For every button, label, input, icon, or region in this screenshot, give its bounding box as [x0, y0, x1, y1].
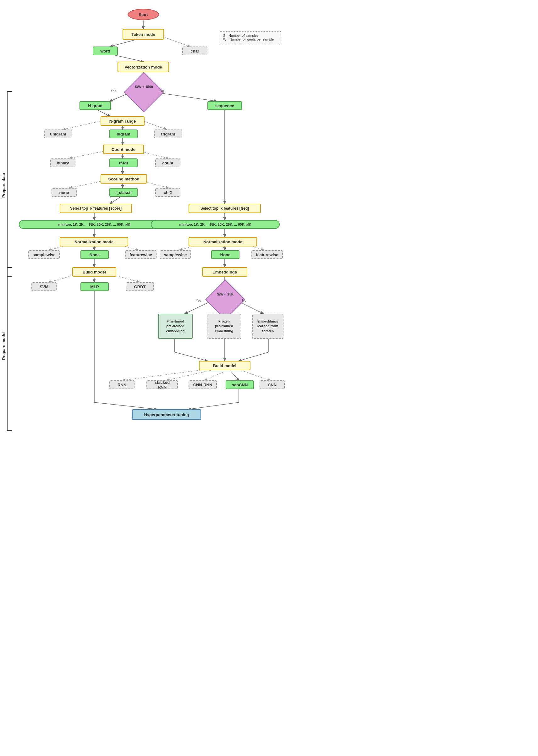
- mlp-node: MLP: [81, 282, 109, 291]
- char-label: char: [190, 49, 199, 53]
- select-topk-score-node: Select top_k features [score]: [60, 204, 132, 213]
- ngram-range-label: N-gram range: [109, 119, 136, 124]
- sepcnn-node: sepCNN: [226, 380, 254, 389]
- frozen-label: Frozen pre-trained embedding: [215, 319, 234, 334]
- prepare-model-brace: [7, 267, 12, 431]
- f-classif-node: f_classif: [109, 188, 137, 197]
- legend-w: W - Number of words per sample: [223, 37, 278, 41]
- diamond-sw-1500-text: S/W < 1500: [132, 85, 156, 89]
- scoring-method-label: Scoring method: [108, 177, 139, 181]
- token-mode-label: Token mode: [132, 32, 155, 37]
- svg-line-48: [204, 372, 223, 380]
- svm-label: SVM: [40, 285, 48, 289]
- rnn-node: RNN: [109, 380, 134, 389]
- none-r-label: None: [220, 252, 231, 257]
- binary-node: binary: [50, 158, 76, 167]
- count-node: count: [155, 158, 180, 167]
- none-r-node: None: [211, 250, 240, 259]
- legend-s: S - Number of samples: [223, 34, 278, 37]
- learned-scratch-node: Embeddings learned from scratch: [252, 314, 284, 339]
- no-label-1: No: [160, 89, 164, 93]
- hyperparameter-label: Hyperparameter tuning: [144, 412, 189, 417]
- binary-label: binary: [57, 161, 69, 165]
- sepcnn-label: sepCNN: [232, 383, 248, 387]
- rnn-label: RNN: [118, 383, 126, 387]
- word-node: word: [93, 46, 118, 55]
- topk-score-vals-node: min(top, 1K, 2K,... 15K, 20K, 25K, ... 9…: [19, 220, 170, 229]
- featurewise-l-label: featurewise: [130, 252, 152, 257]
- vectorization-mode-node: Vectorization mode: [118, 62, 169, 72]
- norm-mode-left-label: Normalization mode: [75, 240, 113, 244]
- none-l-node: None: [81, 250, 109, 259]
- stacked-rnn-node: stacked RNN: [146, 380, 178, 389]
- fine-tuned-node: Fine-tuned pre-trained embedding: [158, 314, 192, 339]
- svg-line-54: [188, 403, 239, 409]
- unigram-label: unigram: [50, 132, 66, 136]
- trigram-node: trigram: [154, 130, 182, 138]
- unigram-node: unigram: [44, 130, 72, 138]
- flowchart: Start Token mode word char Vectorization…: [0, 0, 287, 739]
- build-model-left-label: Build model: [82, 270, 106, 274]
- topk-score-vals-label: min(top, 1K, 2K,... 15K, 20K, 25K, ... 9…: [58, 223, 130, 226]
- build-model-right-node: Build model: [199, 361, 250, 370]
- diamond-sw-1500: [124, 72, 164, 112]
- none-node: none: [52, 188, 77, 197]
- stacked-rnn-label: stacked RNN: [151, 380, 174, 390]
- bigram-label: bigram: [117, 132, 130, 136]
- svg-line-50: [239, 370, 270, 380]
- featurewise-l-node: featurewise: [125, 250, 156, 259]
- svg-line-8: [63, 120, 104, 130]
- no-label-2: No: [242, 298, 246, 302]
- svg-line-45: [239, 352, 269, 361]
- svg-line-47: [167, 370, 214, 380]
- gbdt-node: GBDT: [126, 282, 154, 291]
- svg-line-10: [141, 120, 167, 130]
- count-mode-label: Count mode: [112, 147, 135, 152]
- norm-mode-right-node: Normalization mode: [188, 237, 257, 246]
- svg-line-46: [123, 370, 204, 380]
- mlp-label: MLP: [90, 285, 99, 289]
- embeddings-label: Embeddings: [212, 270, 237, 274]
- build-model-right-label: Build model: [213, 363, 236, 368]
- sequence-label: sequence: [215, 103, 234, 108]
- prepare-model-label: Prepare model: [1, 314, 6, 377]
- none-label: none: [59, 190, 69, 195]
- build-model-left-node: Build model: [72, 267, 116, 277]
- norm-mode-right-label: Normalization mode: [203, 240, 242, 244]
- token-mode-node: Token mode: [123, 29, 164, 40]
- samplewise-r-node: samplewise: [160, 250, 191, 259]
- vectorization-label: Vectorization mode: [125, 65, 162, 70]
- legend-box: S - Number of samples W - Number of word…: [220, 31, 281, 43]
- fine-tuned-label: Fine-tuned pre-trained embedding: [166, 319, 185, 334]
- svg-line-49: [229, 370, 239, 380]
- count-label: count: [162, 161, 173, 165]
- diamond-sw-15k-text: S/W < 15K: [213, 292, 238, 296]
- select-topk-freq-label: Select top_k features [freq]: [200, 206, 249, 211]
- f-classif-label: f_classif: [115, 190, 132, 195]
- scoring-method-node: Scoring method: [101, 174, 147, 184]
- yes-label-2: Yes: [196, 298, 201, 302]
- char-node: char: [182, 46, 207, 55]
- samplewise-r-label: samplewise: [164, 252, 187, 257]
- svg-line-6: [158, 93, 217, 101]
- featurewise-r-label: featurewise: [256, 252, 278, 257]
- bigram-node: bigram: [109, 130, 137, 138]
- topk-freq-vals-label: min(top, 1K, 2K,... 15K, 20K, 25K, ... 9…: [179, 223, 251, 226]
- frozen-node: Frozen pre-trained embedding: [207, 314, 242, 339]
- chi2-node: chi2: [155, 188, 180, 197]
- ngram-node: N-gram: [80, 101, 111, 110]
- sequence-node: sequence: [207, 101, 242, 110]
- prepare-data-label: Prepare data: [1, 154, 6, 217]
- word-label: word: [100, 49, 110, 53]
- count-mode-node: Count mode: [103, 144, 144, 154]
- svg-line-52: [94, 403, 157, 409]
- topk-freq-vals-node: min(top, 1K, 2K,... 15K, 20K, 25K, ... 9…: [151, 220, 280, 229]
- start-node: Start: [128, 9, 159, 20]
- select-topk-freq-node: Select top_k features [freq]: [188, 204, 261, 213]
- svg-line-37: [185, 301, 211, 314]
- cnn-label: CNN: [268, 383, 277, 387]
- chi2-label: chi2: [164, 190, 172, 195]
- norm-mode-left-node: Normalization mode: [60, 237, 128, 246]
- hyperparameter-node: Hyperparameter tuning: [132, 409, 201, 420]
- learned-scratch-label: Embeddings learned from scratch: [257, 319, 278, 334]
